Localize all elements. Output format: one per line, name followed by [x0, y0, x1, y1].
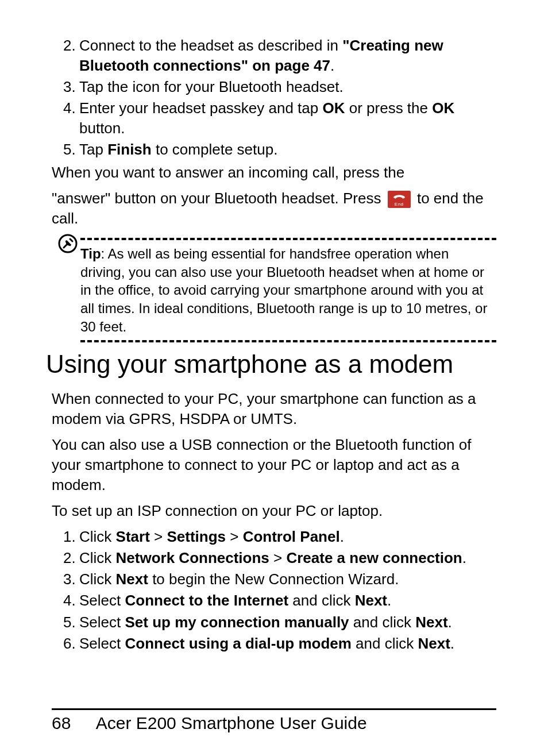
footer-title: Acer E200 Smartphone User Guide — [96, 713, 367, 732]
list-item: 4.Select Connect to the Internet and cli… — [52, 591, 496, 611]
modem-paragraph-1: When connected to your PC, your smartpho… — [52, 389, 496, 429]
bold-term: Settings — [167, 528, 226, 545]
isp-steps-list: 1.Click Start > Settings > Control Panel… — [52, 527, 496, 654]
tip-divider-top — [80, 238, 496, 240]
list-number: 4. — [52, 591, 79, 611]
bold-term: Network Connections — [116, 549, 269, 566]
tip-block: Tip: As well as being essential for hand… — [52, 238, 496, 342]
list-text: Tap the icon for your Bluetooth headset. — [79, 77, 496, 97]
list-item: 5.Select Set up my connection manually a… — [52, 612, 496, 632]
tip-divider-bottom — [80, 340, 496, 342]
list-text: Tap Finish to complete setup. — [79, 140, 496, 160]
list-item: 5.Tap Finish to complete setup. — [52, 140, 496, 160]
bold-term: OK — [432, 99, 454, 117]
bold-term: Finish — [107, 141, 152, 158]
list-item: 3.Tap the icon for your Bluetooth headse… — [52, 77, 496, 97]
list-text: Click Network Connections > Create a new… — [79, 548, 496, 568]
end-icon-label: End — [388, 202, 411, 208]
bold-term: Connect using a dial-up modem — [125, 635, 352, 652]
bold-term: Next — [355, 592, 387, 609]
list-text: Connect to the headset as described in "… — [79, 36, 496, 76]
answer-call-intro: When you want to answer an incoming call… — [52, 163, 496, 183]
bold-term: Start — [116, 528, 150, 545]
list-text: Enter your headset passkey and tap OK or… — [79, 98, 496, 138]
bold-term: Next — [415, 614, 447, 631]
list-text: Select Set up my connection manually and… — [79, 612, 496, 632]
list-item: 6.Select Connect using a dial-up modem a… — [52, 634, 496, 654]
bold-ref: "Creating new Bluetooth connections" on … — [79, 37, 443, 74]
list-item: 1.Click Start > Settings > Control Panel… — [52, 527, 496, 547]
list-item: 2.Connect to the headset as described in… — [52, 36, 496, 76]
section-heading-modem: Using your smartphone as a modem — [46, 350, 496, 378]
answer-pre-text: "answer" button on your Bluetooth headse… — [52, 190, 385, 207]
page-footer: 68 Acer E200 Smartphone User Guide — [52, 708, 496, 733]
list-text: Select Connect to the Internet and click… — [79, 591, 496, 611]
tip-label: Tip — [80, 246, 101, 261]
bold-term: Set up my connection manually — [125, 614, 349, 631]
list-number: 5. — [52, 140, 79, 160]
page-number: 68 — [52, 713, 92, 733]
list-number: 6. — [52, 634, 79, 654]
list-number: 3. — [52, 77, 79, 97]
bold-term: Connect to the Internet — [125, 592, 289, 609]
list-text: Click Start > Settings > Control Panel. — [79, 527, 496, 547]
list-item: 2.Click Network Connections > Create a n… — [52, 548, 496, 568]
modem-paragraph-3: To set up an ISP connection on your PC o… — [52, 501, 496, 521]
list-text: Click Next to begin the New Connection W… — [79, 569, 496, 589]
bold-term: Create a new connection — [286, 549, 462, 566]
pin-icon — [57, 233, 78, 256]
list-number: 3. — [52, 569, 79, 589]
list-number: 4. — [52, 98, 79, 138]
footer-rule — [52, 708, 496, 710]
bold-term: Next — [116, 570, 148, 588]
tip-text: Tip: As well as being essential for hand… — [80, 245, 496, 335]
tip-body: : As well as being essential for handsfr… — [80, 246, 487, 334]
bold-term: OK — [323, 99, 345, 117]
list-text: Select Connect using a dial-up modem and… — [79, 634, 496, 654]
headset-steps-list: 2.Connect to the headset as described in… — [52, 36, 496, 160]
bold-term: Next — [418, 635, 450, 652]
answer-call-instruction: "answer" button on your Bluetooth headse… — [52, 188, 496, 229]
end-call-icon: End — [388, 191, 411, 208]
list-number: 2. — [52, 36, 79, 76]
list-number: 5. — [52, 612, 79, 632]
modem-paragraph-2: You can also use a USB connection or the… — [52, 435, 496, 495]
list-item: 4.Enter your headset passkey and tap OK … — [52, 98, 496, 138]
list-number: 2. — [52, 548, 79, 568]
bold-term: Control Panel — [243, 528, 340, 545]
list-number: 1. — [52, 527, 79, 547]
list-item: 3.Click Next to begin the New Connection… — [52, 569, 496, 589]
